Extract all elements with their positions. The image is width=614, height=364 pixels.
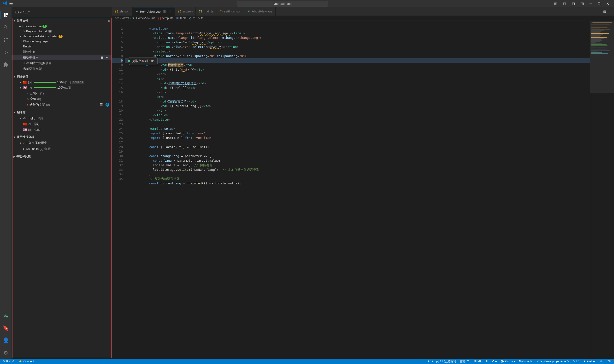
empty-item[interactable]: ⚠ 空值 (0) [12,96,112,102]
status-spaces[interactable]: 空格: 2 [459,359,470,364]
tab-en-json[interactable]: { } en.json [175,7,196,15]
tab-close-btn[interactable]: ✕ [168,9,172,14]
status-connect[interactable]: ⚡ Connect [18,360,35,363]
zh-flag-icon: 🇨🇳 [23,122,27,126]
help-feedback-section[interactable]: ▶ 帮助和反馈 [12,154,112,159]
code-line-8: <tr> [125,54,590,58]
panel-toggle-btn[interactable]: ⊟ [561,0,568,7]
tab-main-js[interactable]: JS main.js [196,7,217,15]
status-golive[interactable]: 📡 Go Live [500,360,516,363]
minimap-slider[interactable] [590,21,614,93]
chevron-down-icon: ▼ [19,81,22,84]
tab-aboutview-vue[interactable]: ▼ AboutView.vue [244,7,276,15]
copy-icon[interactable]: ⧉ [108,19,110,23]
sidebar-toggle-btn[interactable]: ⊞ [552,0,559,7]
code-line-25: import { useI18n } from 'vue-i18n' [125,131,590,136]
code-line-13: <td>JS中响应式切换语言</td> [125,76,590,81]
code-line-19: </tr> [125,104,590,108]
list-action-btn[interactable]: ☰ [99,103,104,107]
warning-icon: ⚠ [9,360,12,363]
command-search[interactable] [237,1,328,6]
code-line-3: <select name="lang" id="lang-select" @ch… [125,31,590,35]
zh-progress-row[interactable]: ▼ 🇨🇳 ZH 100% (1/1) SOURCE [12,80,112,85]
status-zh-left[interactable]: ZH [599,360,604,363]
usage-analysis-section[interactable]: ▼ 使用情况分析 [12,134,112,140]
usage-node[interactable]: ▼ ✓ 1 条文案使用中 [12,140,112,146]
activity-run[interactable]: ▷ [0,46,12,58]
chevron-right-icon: ▶ [14,155,15,158]
status-prettier[interactable]: ✦ Prettier [582,360,597,363]
status-version[interactable]: 5.1.3 [572,360,580,363]
hard-coded-item-5[interactable]: 当前语言类型 [12,66,112,72]
en-progress-row[interactable]: ▼ 🇺🇸 EN 100% (1/1) [12,85,112,90]
keys-in-use-item[interactable]: ▶ ✓ Keys in use 1 [12,24,112,29]
layout-btn[interactable]: ⊞ [579,0,586,7]
keys-not-found-item[interactable]: ⚠ Keys not found 0 [12,29,112,34]
hard-coded-item-0[interactable]: Change language: [12,39,112,44]
extract-tooltip[interactable]: 提取文案到 i18n [129,57,158,65]
code-line-14: <td> {{ hel }}</td> [125,81,590,86]
more-tabs-btn[interactable]: ··· [608,9,612,14]
hard-coded-section[interactable]: ▼ Hard-coded strings [beta] 6 [12,34,112,39]
status-line-ending[interactable]: LF [484,360,489,363]
abc-icon: abc [26,147,30,150]
split-editor-right-btn[interactable]: ⊡ [602,9,607,14]
close-btn[interactable]: ✕ [604,0,611,7]
translation-tree-section[interactable]: ▼ 翻译树 [12,109,112,116]
status-language[interactable]: Vue [491,360,498,363]
maximize-btn[interactable]: □ [596,0,602,7]
status-zh-right[interactable]: ZH [606,360,612,363]
globe-action-btn[interactable]: 🌐 [105,103,110,107]
hard-coded-item-2[interactable]: 简体中文 [12,49,112,55]
tree-node-hello[interactable]: ▼ abc hello 你好 [12,116,112,121]
translated-item[interactable]: ✓ 已翻译 (1) [12,90,112,96]
translation-progress-section[interactable]: ▼ 翻译进度 [12,74,112,80]
code-line-4: <option value="en">English</option> [125,35,590,40]
code-content[interactable]: <template> <label for="lang-select">Chan… [125,21,590,359]
minimap [590,21,614,359]
activity-settings[interactable]: ⚙ [0,347,12,359]
hard-coded-item-3[interactable]: 模板中使用 ▣ ⋯ [12,55,112,60]
status-tagname[interactable]: <TagName prop-name /> [536,360,570,363]
status-position[interactable]: 行 9，列 11 (已选择5) [427,359,457,364]
missing-item[interactable]: ◈ 缺失的文案 (0) ☰ 🌐 [12,102,112,107]
activity-search[interactable] [0,22,12,33]
activity-bookmark[interactable]: 🔖 [0,322,12,334]
en-flag-icon: 🇺🇸 [23,86,27,90]
vue-breadcrumb-icon: ▼ [132,16,135,20]
activity-git[interactable] [0,34,12,46]
svg-point-2 [4,38,5,39]
vue-icon: ▼ [136,10,139,13]
tab-settings-json[interactable]: { } settings.json [217,7,245,15]
tr-icon: ◇ [189,16,191,20]
status-right: 行 9，列 11 (已选择5) 空格: 2 UTF-8 LF Vue 📡 Go … [427,359,612,364]
hard-coded-item-4[interactable]: JS中响应式切换语言 [12,60,112,66]
chevron-down-icon: ▼ [19,117,22,120]
en-hello-item[interactable]: 🇺🇸 EN hello [12,127,112,132]
chevron-down-icon: ▼ [14,19,16,22]
extract-action-btn[interactable]: ▣ [100,55,104,60]
tab-homeview-vue[interactable]: ▼ HomeView.vue 6 ✕ [133,7,175,15]
split-editor-btn[interactable]: ⊡ [570,0,577,7]
code-line-32: localStorage.setItem('LANG', lang); // 本… [125,163,590,167]
status-tsconfig[interactable]: No tsconfig [518,360,534,363]
code-line-16: <tr> [125,90,590,95]
code-line-7: <table border="1" cellspacing="0" cellpa… [125,49,590,54]
hard-coded-item-1[interactable]: English [12,44,112,49]
activity-extensions[interactable] [0,59,12,70]
more-action-btn[interactable]: ⋯ [105,55,110,60]
usage-item-hello[interactable]: ▶ abc hello (7) 你好 [12,146,112,152]
minimize-btn[interactable]: ─ [588,0,594,7]
status-errors[interactable]: ✕ 0 ⚠ 6 [2,360,15,363]
hamburger-menu[interactable]: ☰ [9,1,13,6]
current-file-section[interactable]: ▼ 当前文件 ⧉ [12,18,112,24]
activity-i18n[interactable] [0,310,12,321]
activity-user[interactable]: 👤 [0,335,12,346]
code-line-28 [125,145,590,149]
status-encoding[interactable]: UTF-8 [472,360,482,363]
activity-explorer[interactable] [0,9,12,21]
chevron-down-icon: ▼ [14,76,16,78]
check-icon: ✓ [23,141,25,145]
zh-hello-item[interactable]: 🇨🇳 ZH 你好 [12,121,112,127]
tab-zh-json[interactable]: { } zh.json [112,7,133,15]
